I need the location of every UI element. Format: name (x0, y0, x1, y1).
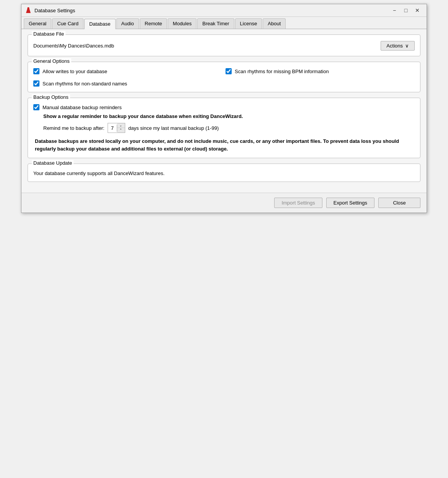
scan-bpm-label: Scan rhythms for missing BPM information (235, 69, 329, 74)
close-window-button[interactable]: ✕ (412, 7, 423, 14)
manual-backup-row: Manual database backup reminders (33, 104, 415, 110)
database-update-text: Your database currently supports all Dan… (33, 170, 165, 176)
close-button[interactable]: Close (378, 198, 420, 208)
manual-backup-label: Manual database backup reminders (43, 105, 122, 110)
allow-writes-label: Allow writes to your database (43, 69, 107, 74)
spinner-buttons: ⌄ ⌃ (117, 123, 125, 133)
actions-button[interactable]: Actions ∨ (381, 41, 415, 51)
tab-bar: General Cue Card Database Audio Remote M… (21, 17, 427, 29)
scan-bpm-row: Scan rhythms for missing BPM information (226, 68, 415, 74)
tab-database[interactable]: Database (84, 19, 116, 29)
database-path: Documents\My Dances\Dances.mdb (33, 43, 377, 49)
database-update-body: Your database currently supports all Dan… (28, 164, 420, 182)
main-window: Database Settings − □ ✕ General Cue Card… (21, 4, 427, 213)
scan-nonstandard-label: Scan rhythms for non-standard names (43, 81, 127, 87)
database-file-legend: Database File (32, 31, 65, 37)
tab-modules[interactable]: Modules (168, 18, 196, 29)
tab-content: Database File Documents\My Dances\Dances… (21, 29, 427, 193)
tab-remote[interactable]: Remote (140, 18, 167, 29)
database-update-legend: Database Update (32, 160, 74, 166)
tab-breaktimer[interactable]: Break Timer (197, 18, 234, 29)
allow-writes-checkbox[interactable] (33, 68, 39, 74)
tab-audio[interactable]: Audio (116, 18, 139, 29)
backup-options-section: Backup Options Manual database backup re… (28, 98, 420, 158)
reminder-text: Show a regular reminder to backup your d… (43, 113, 415, 119)
general-options-legend: General Options (32, 58, 71, 64)
general-options-section: General Options Allow writes to your dat… (28, 62, 420, 92)
maximize-button[interactable]: □ (401, 7, 411, 14)
backup-options-legend: Backup Options (32, 94, 70, 100)
spinner-up-button[interactable]: ⌃ (117, 128, 125, 133)
window-title: Database Settings (34, 8, 75, 13)
remind-row: Remind me to backup after: 7 ⌄ ⌃ days si… (43, 123, 415, 133)
actions-label: Actions (386, 43, 403, 49)
manual-backup-checkbox[interactable] (33, 104, 39, 110)
database-file-row: Documents\My Dances\Dances.mdb Actions ∨ (33, 41, 415, 51)
scan-nonstandard-row: Scan rhythms for non-standard names (33, 80, 222, 87)
database-file-body: Documents\My Dances\Dances.mdb Actions ∨ (28, 35, 420, 56)
app-icon (25, 7, 31, 13)
database-file-section: Database File Documents\My Dances\Dances… (28, 34, 420, 56)
tab-license[interactable]: License (235, 18, 262, 29)
tab-about[interactable]: About (263, 18, 286, 29)
titlebar-left: Database Settings (25, 7, 75, 13)
general-options-body: Allow writes to your database Scan rhyth… (28, 62, 420, 92)
spinner-down-button[interactable]: ⌄ (117, 123, 125, 128)
allow-writes-row: Allow writes to your database (33, 68, 222, 74)
footer: Import Settings Export Settings Close (21, 193, 427, 213)
scan-bpm-checkbox[interactable] (226, 68, 232, 74)
remind-value: 7 (108, 124, 117, 132)
backup-warning-text: Database backups are stored locally on y… (35, 138, 415, 152)
titlebar: Database Settings − □ ✕ (21, 4, 427, 17)
import-settings-button[interactable]: Import Settings (274, 198, 322, 208)
scan-nonstandard-checkbox[interactable] (33, 80, 39, 87)
remind-spinner[interactable]: 7 ⌄ ⌃ (108, 123, 125, 133)
backup-options-body: Manual database backup reminders Show a … (28, 98, 420, 158)
remind-prefix: Remind me to backup after: (43, 125, 105, 131)
titlebar-controls: − □ ✕ (389, 7, 423, 14)
tab-general[interactable]: General (24, 18, 51, 29)
actions-chevron-icon: ∨ (405, 43, 409, 49)
minimize-button[interactable]: − (389, 7, 400, 14)
remind-suffix: days since my last manual backup (1-99) (128, 125, 219, 131)
tab-cuecard[interactable]: Cue Card (52, 18, 83, 29)
export-settings-button[interactable]: Export Settings (326, 198, 374, 208)
database-update-section: Database Update Your database currently … (28, 164, 420, 182)
